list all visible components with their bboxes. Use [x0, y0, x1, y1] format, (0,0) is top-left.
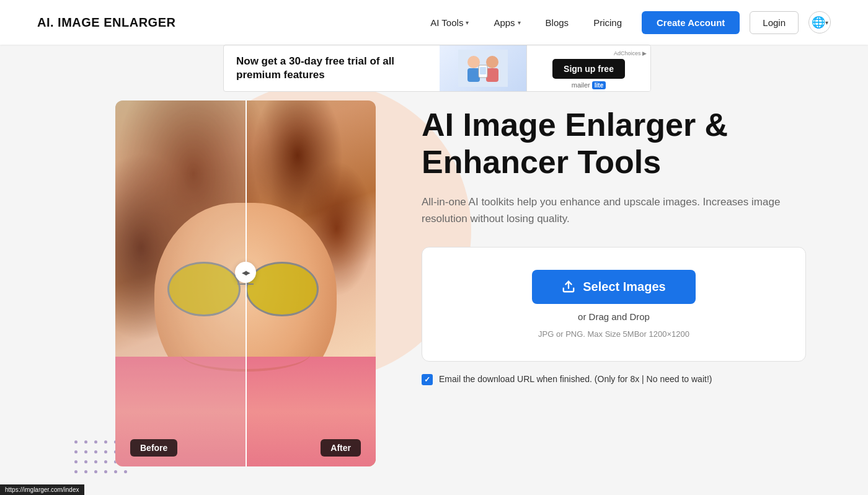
- before-label: Before: [130, 439, 177, 457]
- hero-subtitle: All-in-one AI toolkits help you enhance …: [422, 194, 806, 227]
- svg-point-3: [486, 56, 498, 68]
- ad-mailer-logo: mailer lite: [572, 81, 606, 89]
- ad-text: Now get a 30-day free trial of all premi…: [236, 55, 427, 82]
- login-button[interactable]: Login: [750, 11, 799, 34]
- nav-apps[interactable]: Apps ▾: [484, 12, 530, 33]
- hero-section: AI Image Enlarger & Enhancer Tools All-i…: [422, 107, 806, 386]
- ad-text-area: Now get a 30-day free trial of all premi…: [224, 47, 440, 89]
- chevron-down-icon: ▾: [466, 19, 469, 26]
- email-label: Email the download URL when finished. (O…: [439, 373, 712, 386]
- ad-mailer-badge: lite: [592, 81, 606, 89]
- nav-pricing[interactable]: Pricing: [583, 12, 632, 33]
- upload-box: Select Images or Drag and Drop JPG or PN…: [422, 247, 806, 362]
- svg-rect-6: [480, 67, 486, 74]
- nav-ai-tools[interactable]: AI Tools ▾: [420, 12, 479, 33]
- split-handle[interactable]: [235, 262, 256, 283]
- navbar: AI. IMAGE ENLARGER AI Tools ▾ Apps ▾ Blo…: [0, 0, 868, 45]
- select-images-button[interactable]: Select Images: [532, 270, 695, 304]
- ad-right-panel: AdChoices ▶ Sign up free mailer lite: [526, 45, 650, 92]
- hero-title: AI Image Enlarger & Enhancer Tools: [422, 107, 806, 181]
- svg-point-1: [467, 56, 480, 68]
- url-bar: https://imglarger.com/index: [0, 484, 84, 495]
- ad-choices-label: AdChoices ▶: [614, 50, 647, 56]
- chevron-down-icon: ▾: [518, 19, 521, 26]
- ad-banner: Now get a 30-day free trial of all premi…: [223, 45, 651, 92]
- file-info-label: JPG or PNG. Max Size 5MBor 1200×1200: [538, 329, 689, 339]
- before-filter-overlay: [115, 100, 246, 466]
- create-account-button[interactable]: Create Account: [642, 11, 740, 34]
- page-wrapper: Now get a 30-day free trial of all premi…: [0, 45, 868, 495]
- drag-drop-label: or Drag and Drop: [578, 311, 650, 322]
- language-selector[interactable]: 🌐 ▾: [808, 11, 831, 33]
- site-logo[interactable]: AI. IMAGE ENLARGER: [37, 16, 175, 30]
- svg-rect-4: [486, 68, 498, 82]
- upload-icon: [562, 280, 575, 293]
- nav-links: AI Tools ▾ Apps ▾ Blogs Pricing Create A…: [420, 11, 831, 34]
- svg-rect-2: [467, 68, 480, 82]
- before-after-section: Before After: [115, 100, 376, 473]
- ad-signup-button[interactable]: Sign up free: [552, 59, 625, 79]
- ad-image: [440, 45, 526, 92]
- glasses-right: [246, 262, 319, 317]
- nav-blogs[interactable]: Blogs: [536, 12, 579, 33]
- ad-illustration: [458, 50, 508, 87]
- before-after-container: Before After: [115, 100, 376, 466]
- after-label: After: [321, 439, 361, 457]
- email-notification-row: Email the download URL when finished. (O…: [422, 373, 769, 386]
- split-line: [246, 100, 247, 466]
- email-checkbox[interactable]: [422, 374, 433, 385]
